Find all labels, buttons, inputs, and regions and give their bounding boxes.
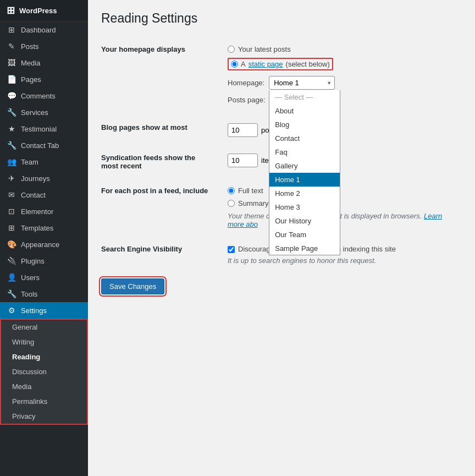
syndication-cell: items [222, 145, 462, 178]
submenu-item-media[interactable]: Media [1, 379, 87, 394]
static-page-radio[interactable] [231, 61, 238, 68]
dropdown-option-home1[interactable]: Home 1 [269, 173, 340, 187]
dropdown-option-our-history[interactable]: Our History [269, 214, 340, 228]
sidebar-item-tools[interactable]: 🔧Tools [0, 286, 88, 302]
syndication-input[interactable] [228, 154, 258, 167]
submenu-item-general[interactable]: General [1, 320, 87, 335]
sidebar-item-services[interactable]: 🔧Services [0, 104, 88, 121]
static-page-highlight: A static page (select below) [228, 58, 333, 70]
sidebar-nav: ⊞Dashboard✎Posts🖼Media📄Pages💬Comments🔧Se… [0, 21, 88, 319]
sidebar-item-templates[interactable]: ⊞Templates [0, 220, 88, 236]
homepage-select-container: Homepage: Home 1 — Select —AboutBlogCont… [228, 76, 335, 90]
dropdown-option-home3[interactable]: Home 3 [269, 200, 340, 214]
blog-pages-cell: posts [222, 115, 462, 145]
sidebar-item-team[interactable]: 👥Team [0, 154, 88, 170]
submenu-item-permalinks[interactable]: Permalinks [1, 394, 87, 409]
templates-icon: ⊞ [7, 223, 16, 232]
search-visibility-checkbox[interactable] [228, 246, 235, 253]
sidebar-item-pages[interactable]: 📄Pages [0, 71, 88, 87]
dropdown-option-our-team[interactable]: Our Team [269, 228, 340, 242]
appearance-icon: 🎨 [7, 240, 16, 249]
sidebar-item-contact[interactable]: ✉Contact [0, 187, 88, 203]
dashboard-icon: ⊞ [7, 25, 16, 34]
sidebar-item-journeys[interactable]: ✈Journeys [0, 170, 88, 187]
plugins-icon: 🔌 [7, 256, 16, 265]
testimonial-icon: ★ [7, 124, 16, 133]
full-text-option: Full text [228, 187, 456, 195]
feed-include-cell: Full text Summary Your theme determines … [222, 178, 462, 237]
theme-info: Your theme determines how content is dis… [228, 212, 456, 228]
sidebar-item-posts[interactable]: ✎Posts [0, 38, 88, 54]
latest-posts-option: Your latest posts [228, 45, 456, 53]
syndication-label: Syndication feeds show the most recent [101, 145, 222, 178]
sidebar: ⊞ WordPress ⊞Dashboard✎Posts🖼Media📄Pages… [0, 0, 88, 476]
sidebar-item-media[interactable]: 🖼Media [0, 54, 88, 71]
pages-icon: 📄 [7, 75, 16, 84]
sidebar-item-settings[interactable]: ⚙Settings [0, 302, 88, 319]
main-content: Reading Settings Your homepage displays … [88, 0, 475, 476]
blog-pages-label: Blog pages show at most [101, 115, 222, 145]
submenu-item-reading[interactable]: Reading [1, 349, 87, 364]
settings-icon: ⚙ [7, 306, 16, 315]
settings-submenu: GeneralWritingReadingDiscussionMediaPerm… [0, 319, 88, 425]
static-page-link[interactable]: static page [248, 60, 283, 68]
settings-form: Your homepage displays Your latest posts… [101, 37, 462, 273]
summary-option: Summary [228, 199, 456, 207]
sidebar-item-contact-tab[interactable]: 🔧Contact Tab [0, 137, 88, 154]
dropdown-option-sample1[interactable]: Sample Page [269, 242, 340, 255]
submenu-item-discussion[interactable]: Discussion [1, 364, 87, 379]
media-icon: 🖼 [7, 58, 16, 67]
homepage-displays-row: Your homepage displays Your latest posts… [101, 37, 462, 115]
posts-page-label: Posts page: [228, 96, 266, 104]
elementor-icon: ⊡ [7, 207, 16, 216]
sidebar-item-comments[interactable]: 💬Comments [0, 87, 88, 104]
static-page-option: A static page (select below) [228, 58, 456, 70]
sidebar-item-testimonial[interactable]: ★Testimonial [0, 121, 88, 137]
journeys-icon: ✈ [7, 174, 16, 183]
dropdown-option-select[interactable]: — Select — [269, 90, 340, 104]
dropdown-option-home2[interactable]: Home 2 [269, 187, 340, 200]
homepage-select-trigger[interactable]: Home 1 [269, 76, 335, 90]
homepage-dropdown-wrapper: Home 1 — Select —AboutBlogContactFaqGall… [269, 76, 335, 90]
dropdown-option-contact[interactable]: Contact [269, 132, 340, 145]
full-text-radio[interactable] [228, 187, 235, 194]
homepage-dropdown-list[interactable]: — Select —AboutBlogContactFaqGalleryHome… [269, 90, 340, 255]
dropdown-option-blog[interactable]: Blog [269, 118, 340, 132]
sidebar-item-elementor[interactable]: ⊡Elementor [0, 203, 88, 220]
save-changes-button[interactable]: Save Changes [101, 278, 164, 294]
sidebar-item-appearance[interactable]: 🎨Appearance [0, 236, 88, 253]
tools-icon: 🔧 [7, 289, 16, 298]
services-icon: 🔧 [7, 108, 16, 117]
summary-radio[interactable] [228, 200, 235, 207]
sidebar-item-users[interactable]: 👤Users [0, 269, 88, 286]
homepage-label: Homepage: [228, 79, 264, 87]
sidebar-item-dashboard[interactable]: ⊞Dashboard [0, 21, 88, 38]
team-icon: 👥 [7, 157, 16, 166]
search-visibility-cell: Discourage search engines from indexing … [222, 237, 462, 273]
wp-logo-icon: ⊞ [7, 4, 15, 17]
homepage-displays-cell: Your latest posts A static page (select … [222, 37, 462, 115]
search-visibility-checkbox-row: Discourage search engines from indexing … [228, 245, 456, 253]
homepage-displays-label: Your homepage displays [101, 37, 222, 115]
search-visibility-info: It is up to search engines to honor this… [228, 256, 456, 265]
dropdown-option-gallery[interactable]: Gallery [269, 159, 340, 173]
sidebar-logo: ⊞ WordPress [0, 0, 88, 21]
users-icon: 👤 [7, 273, 16, 282]
submenu-item-privacy[interactable]: Privacy [1, 409, 87, 424]
page-title: Reading Settings [101, 11, 462, 26]
feed-include-label: For each post in a feed, include [101, 178, 222, 237]
search-visibility-label: Search Engine Visibility [101, 237, 222, 273]
comments-icon: 💬 [7, 91, 16, 100]
posts-icon: ✎ [7, 42, 16, 51]
dropdown-option-about[interactable]: About [269, 104, 340, 118]
dropdown-option-faq[interactable]: Faq [269, 145, 340, 159]
contact-icon: ✉ [7, 190, 16, 199]
submenu-item-writing[interactable]: Writing [1, 335, 87, 349]
sidebar-item-plugins[interactable]: 🔌Plugins [0, 253, 88, 269]
latest-posts-radio[interactable] [228, 46, 235, 53]
contact-tab-icon: 🔧 [7, 141, 16, 150]
blog-pages-input[interactable] [228, 123, 258, 137]
